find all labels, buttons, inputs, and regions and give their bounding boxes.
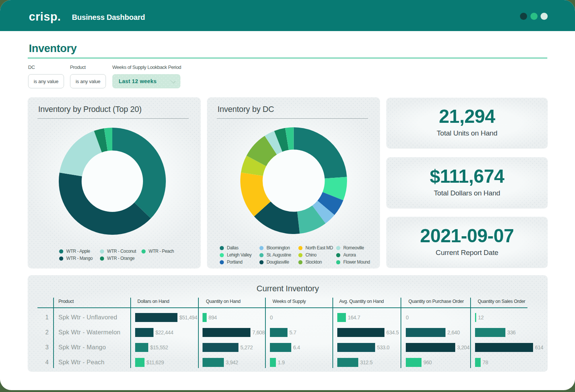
legend-dot: [336, 253, 340, 257]
value-label: 1.9: [278, 359, 285, 365]
legend-item[interactable]: WTR - Peach: [142, 249, 174, 254]
value-label: $22,444: [155, 329, 173, 335]
product-name[interactable]: Spk Wtr - Watermelon: [58, 329, 121, 336]
value-label: $15,552: [150, 344, 168, 350]
value-bar[interactable]: [406, 343, 455, 352]
legend-dot: [298, 246, 302, 250]
column-header[interactable]: Product: [58, 299, 74, 304]
value-label: 614: [535, 344, 543, 350]
value-label: 7,608: [252, 329, 265, 335]
value-label: 2,640: [447, 329, 460, 335]
value-label: 3,942: [226, 359, 238, 365]
value-label: 78: [483, 359, 488, 365]
dc-filter-input[interactable]: is any value: [28, 74, 64, 88]
lookback-select[interactable]: Last 12 weeks: [112, 74, 180, 88]
kpi-total-units-value: 21,294: [386, 106, 548, 127]
legend-label: Flower Mound: [343, 259, 370, 265]
value-label: $51,494: [179, 314, 197, 320]
dc-chart-title: Inventory by DC: [217, 105, 274, 114]
product-name[interactable]: Spk Wtr - Unflavored: [58, 314, 117, 321]
kpi-total-units-label: Total Units on Hand: [386, 129, 548, 137]
value-bar[interactable]: [475, 358, 481, 367]
value-bar[interactable]: [203, 343, 238, 352]
legend-item[interactable]: Portland: [220, 259, 243, 265]
column-header[interactable]: Dollars on Hand: [137, 299, 169, 304]
column-header[interactable]: Weeks of Supply: [273, 299, 306, 304]
inventory-by-dc-panel: Inventory by DC DallasBloomingtonNorth E…: [207, 97, 380, 268]
legend-item[interactable]: WTR - Apple: [59, 249, 90, 254]
column-separator: [332, 298, 333, 368]
donut-hole: [82, 151, 143, 212]
value-bar[interactable]: [337, 328, 384, 337]
window-dot-dark: [520, 13, 527, 20]
value-bar[interactable]: [406, 358, 422, 367]
legend-item[interactable]: Stockton: [298, 259, 322, 265]
legend-item[interactable]: Flower Mound: [336, 259, 370, 265]
value-bar[interactable]: [337, 358, 358, 367]
legend-item[interactable]: Lehigh Valley: [220, 252, 252, 258]
value-label: 5.7: [289, 329, 296, 335]
row-number: 3: [37, 344, 49, 351]
value-bar[interactable]: [203, 358, 224, 367]
product-filter-input[interactable]: is any value: [70, 74, 106, 88]
dc-donut-chart[interactable]: [240, 127, 347, 234]
legend-item[interactable]: Romeoville: [336, 245, 364, 250]
legend-dot: [298, 253, 302, 257]
column-header[interactable]: Quantity on Sales Order: [478, 299, 525, 304]
kpi-total-units: 21,294 Total Units on Hand: [386, 98, 548, 149]
legend-item[interactable]: North East MD: [298, 245, 333, 250]
value-bar[interactable]: [475, 328, 505, 337]
product-chart-rule: [37, 118, 189, 119]
legend-item[interactable]: Aurora: [336, 252, 356, 258]
value-bar[interactable]: [270, 328, 288, 337]
value-bar[interactable]: [270, 343, 291, 352]
value-label: $11,629: [146, 359, 164, 365]
legend-dot: [336, 260, 340, 264]
legend-item[interactable]: Bloomington: [259, 245, 290, 250]
dc-filter-label: DC: [28, 64, 35, 70]
legend-dot: [100, 256, 104, 261]
value-bar[interactable]: [203, 313, 207, 322]
legend-item[interactable]: WTR - Coconut: [100, 249, 136, 254]
kpi-report-date: 2021-09-07 Current Report Date: [386, 217, 548, 268]
value-bar[interactable]: [475, 343, 533, 352]
value-bar[interactable]: [337, 343, 375, 352]
legend-label: St. Augustine: [267, 252, 291, 258]
legend-item[interactable]: St. Augustine: [259, 252, 291, 258]
chevron-down-icon: [171, 79, 175, 83]
legend-item[interactable]: Chino: [298, 252, 316, 258]
product-name[interactable]: Spk Wtr - Peach: [58, 359, 104, 366]
legend-item[interactable]: Douglasville: [259, 259, 289, 265]
value-bar[interactable]: [135, 313, 177, 322]
product-name[interactable]: Spk Wtr - Mango: [58, 344, 106, 351]
top-bar: crisp. Business Dashboard: [0, 0, 575, 31]
legend-item[interactable]: Dallas: [220, 245, 238, 250]
legend-label: Portland: [227, 259, 243, 265]
kpi-total-dollars-value: $111,674: [386, 165, 548, 187]
value-bar[interactable]: [475, 313, 476, 322]
legend-label: Aurora: [343, 252, 356, 258]
value-bar[interactable]: [135, 343, 148, 352]
value-label: 312.5: [360, 359, 372, 365]
value-bar[interactable]: [135, 358, 144, 367]
kpi-total-dollars: $111,674 Total Dollars on Hand: [386, 157, 548, 209]
legend-item[interactable]: WTR - Orange: [100, 256, 134, 261]
product-donut-chart[interactable]: [59, 128, 166, 235]
legend-item[interactable]: WTR - Mango: [59, 256, 92, 261]
value-bar[interactable]: [337, 313, 346, 322]
legend-label: Stockton: [305, 259, 322, 265]
window-dots: [520, 13, 548, 20]
value-label: 6.4: [293, 344, 300, 350]
legend-dot: [298, 260, 302, 264]
lookback-filter-label: Weeks of Supply Lookback Period: [112, 64, 181, 70]
column-header[interactable]: Quantity on Hand: [206, 299, 240, 304]
legend-label: Bloomington: [267, 245, 290, 250]
lookback-value: Last 12 weeks: [119, 78, 156, 84]
value-bar[interactable]: [270, 358, 276, 367]
column-header[interactable]: Avg. Quantity on Hand: [339, 299, 384, 304]
value-bar[interactable]: [406, 328, 445, 337]
column-header[interactable]: Quantity on Purchase Order: [408, 299, 464, 304]
value-label: 634.5: [386, 329, 399, 335]
value-bar[interactable]: [203, 328, 250, 337]
value-bar[interactable]: [135, 328, 153, 337]
